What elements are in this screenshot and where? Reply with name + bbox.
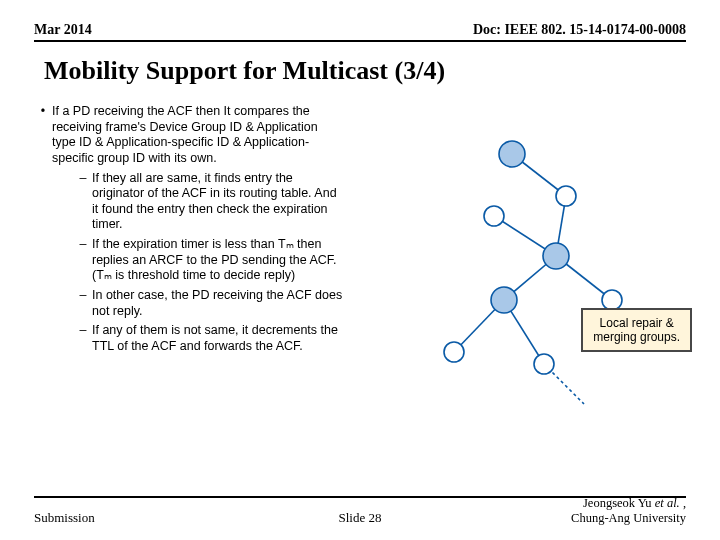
- svg-point-12: [543, 243, 569, 269]
- sub-item: – If the expiration timer is less than T…: [74, 237, 344, 284]
- header-right: Doc: IEEE 802. 15-14-0174-00-0008: [473, 22, 686, 38]
- sub-item: – In other case, the PD receiving the AC…: [74, 288, 344, 319]
- dash-marker: –: [74, 171, 92, 234]
- body: • If a PD receiving the ACF then It comp…: [34, 104, 686, 358]
- sub-item: – If they all are same, it finds entry t…: [74, 171, 344, 234]
- author-etal: et al.: [655, 496, 680, 510]
- sub-list: – If they all are same, it finds entry t…: [74, 171, 344, 355]
- footer-center: Slide 28: [34, 510, 686, 526]
- svg-point-10: [556, 186, 576, 206]
- svg-point-11: [484, 206, 504, 226]
- sub-text: If they all are same, it finds entry the…: [92, 171, 344, 234]
- header: Mar 2014 Doc: IEEE 802. 15-14-0174-00-00…: [34, 22, 686, 42]
- author-comma: ,: [680, 496, 686, 510]
- header-left: Mar 2014: [34, 22, 92, 38]
- sub-text: If any of them is not same, it decrement…: [92, 323, 344, 354]
- slide: Mar 2014 Doc: IEEE 802. 15-14-0174-00-00…: [0, 0, 720, 540]
- svg-point-13: [491, 287, 517, 313]
- footer: Submission Slide 28 Jeongseok Yu et al. …: [34, 496, 686, 526]
- bullet-marker: •: [34, 104, 52, 358]
- svg-point-15: [444, 342, 464, 362]
- dash-marker: –: [74, 288, 92, 319]
- text-column: • If a PD receiving the ACF then It comp…: [34, 104, 344, 358]
- network-diagram: Local repair & merging groups.: [344, 104, 686, 358]
- bullet-item: • If a PD receiving the ACF then It comp…: [34, 104, 344, 358]
- sub-item: – If any of them is not same, it decreme…: [74, 323, 344, 354]
- sub-text: If the expiration timer is less than Tₘ …: [92, 237, 344, 284]
- dash-marker: –: [74, 323, 92, 354]
- sub-text: In other case, the PD receiving the ACF …: [92, 288, 344, 319]
- dash-marker: –: [74, 237, 92, 284]
- callout-box: Local repair & merging groups.: [581, 308, 692, 352]
- bullet-text: If a PD receiving the ACF then It compar…: [52, 104, 344, 167]
- svg-point-16: [534, 354, 554, 374]
- svg-point-14: [602, 290, 622, 310]
- svg-point-9: [499, 141, 525, 167]
- diagram-svg: [344, 104, 674, 414]
- author-name: Jeongseok Yu: [583, 496, 655, 510]
- slide-title: Mobility Support for Multicast (3/4): [44, 56, 686, 86]
